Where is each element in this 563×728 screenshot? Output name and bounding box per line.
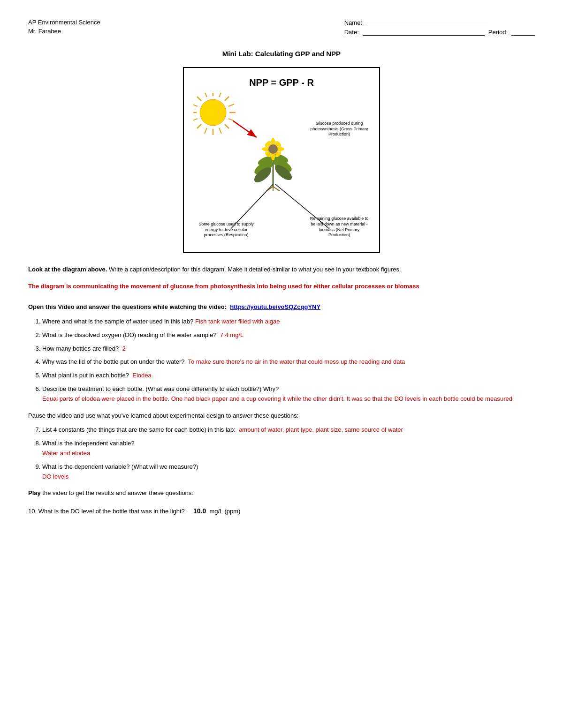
- q1-answer: Fish tank water filled with algae: [195, 318, 280, 325]
- q5-answer: Elodea: [132, 372, 151, 379]
- list-item: How many bottles are filled? 2: [42, 344, 535, 354]
- list-item: What is the dependent variable? (What wi…: [42, 462, 535, 482]
- look-at-heading: Look at the diagram above.: [28, 266, 107, 273]
- video-link[interactable]: https://youtu.be/voSQZcqgYNY: [230, 303, 320, 310]
- date-field-line: Date: Period:: [344, 28, 535, 36]
- list-item: What plant is put in each bottle? Elodea: [42, 371, 535, 381]
- list-item: Why was the lid of the bottle put on und…: [42, 357, 535, 367]
- respiration-text: Some glucose used to supply energy to dr…: [198, 222, 254, 237]
- diagram-inner: Glucose produced during photosynthesis (…: [193, 93, 370, 243]
- list-item: Describe the treatment to each bottle. (…: [42, 384, 535, 404]
- formula: NPP = GPP - R: [193, 77, 370, 88]
- q3-answer: 2: [122, 345, 126, 352]
- design-questions-list: List 4 constants (the things that are th…: [42, 425, 535, 481]
- label-npp: Remaining glucose available to be laid d…: [309, 216, 370, 238]
- label-glucose-produced: Glucose produced during photosynthesis (…: [309, 121, 370, 137]
- list-item: What is the independent variable? Water …: [42, 439, 535, 458]
- questions-list: Where and what is the sample of water us…: [42, 317, 535, 404]
- page-title: Mini Lab: Calculating GPP and NPP: [28, 50, 535, 58]
- name-field-line: Name:: [344, 19, 535, 26]
- look-at-body: Write a caption/description for this dia…: [107, 266, 401, 273]
- q9-answer: DO levels: [42, 473, 68, 480]
- q9-text: What is the dependent variable? (What wi…: [42, 463, 198, 470]
- q3-text: How many bottles are filled?: [42, 345, 119, 352]
- period-underline[interactable]: [511, 28, 535, 36]
- play-section: Play the video to get the results and an…: [28, 488, 535, 498]
- list-item: List 4 constants (the things that are th…: [42, 425, 535, 435]
- play-body: the video to get the results and answer …: [41, 489, 193, 496]
- q2-text: What is the dissolved oxygen (DO) readin…: [42, 331, 216, 338]
- name-label: Name:: [344, 19, 362, 26]
- q10-text: 10. What is the DO level of the bottle t…: [28, 508, 185, 515]
- period-label: Period:: [488, 29, 508, 36]
- red-answer: The diagram is communicating the movemen…: [28, 282, 535, 291]
- q1-text: Where and what is the sample of water us…: [42, 318, 193, 325]
- q6-text: Describe the treatment to each bottle. (…: [42, 385, 279, 392]
- header-left: AP Environmental Science Mr. Farabee: [28, 19, 100, 36]
- name-underline[interactable]: [366, 19, 488, 26]
- look-at-section: Look at the diagram above. Write a capti…: [28, 265, 535, 275]
- q5-text: What plant is put in each bottle?: [42, 372, 129, 379]
- pause-text: Pause the video and use what you've lear…: [28, 411, 535, 421]
- teacher-label: Mr. Farabee: [28, 28, 100, 35]
- list-item: Where and what is the sample of water us…: [42, 317, 535, 327]
- page-header: AP Environmental Science Mr. Farabee Nam…: [28, 19, 535, 36]
- q8-answer: Water and elodea: [42, 450, 90, 457]
- label-respiration: Some glucose used to supply energy to dr…: [198, 222, 254, 238]
- play-label: Play: [28, 489, 41, 496]
- q7-answer: amount of water, plant type, plant size,…: [239, 426, 403, 433]
- q4-answer: To make sure there's no air in the water…: [188, 358, 405, 365]
- list-item: What is the dissolved oxygen (DO) readin…: [42, 330, 535, 340]
- npp-text: Remaining glucose available to be laid d…: [310, 216, 369, 237]
- q2-answer: 7.4 mg/L: [220, 331, 244, 338]
- header-right: Name: Date: Period:: [344, 19, 535, 36]
- q8-text: What is the independent variable?: [42, 440, 135, 447]
- video-section: Open this Video and answer the questions…: [28, 302, 535, 312]
- q7-text: List 4 constants (the things that are th…: [42, 426, 236, 433]
- course-label: AP Environmental Science: [28, 19, 100, 26]
- question-10: 10. What is the DO level of the bottle t…: [28, 505, 535, 517]
- video-intro-text: Open this Video and answer the questions…: [28, 303, 227, 310]
- date-label: Date:: [344, 29, 359, 36]
- glucose-produced-text: Glucose produced during photosynthesis (…: [310, 121, 368, 136]
- diagram-container: NPP = GPP - R: [183, 67, 380, 253]
- q6-answer: Equal parts of elodea were placed in the…: [42, 395, 512, 402]
- date-underline[interactable]: [363, 28, 485, 36]
- q10-answer: 10.0: [193, 507, 206, 515]
- q4-text: Why was the lid of the bottle put on und…: [42, 358, 185, 365]
- q10-unit: mg/L (ppm): [209, 508, 240, 515]
- title-text: Mini Lab: Calculating GPP and NPP: [222, 50, 341, 58]
